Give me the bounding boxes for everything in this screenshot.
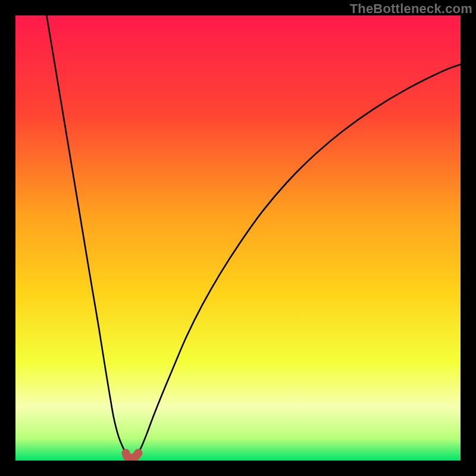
plot-frame: [15, 15, 461, 461]
curve-left-branch: [46, 15, 126, 453]
bottleneck-curve: [15, 15, 461, 461]
attribution-text: TheBottleneck.com: [350, 1, 472, 17]
minimum-marker: [126, 453, 139, 458]
curve-right-branch: [138, 64, 461, 453]
